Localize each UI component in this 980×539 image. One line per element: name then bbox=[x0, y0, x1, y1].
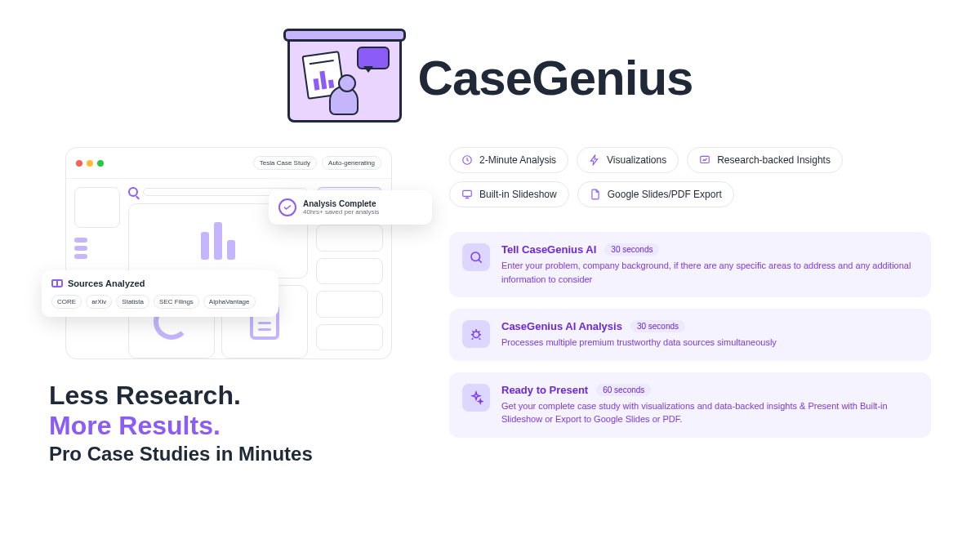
book-icon bbox=[51, 279, 63, 287]
preview-slide bbox=[316, 291, 383, 317]
step-description: Get your complete case study with visual… bbox=[501, 399, 918, 426]
step-description: Enter your problem, company background, … bbox=[501, 259, 918, 286]
preview-slide bbox=[316, 225, 383, 251]
step-title: Tell CaseGenius AI bbox=[501, 243, 596, 256]
search-icon bbox=[462, 243, 490, 271]
source-chip: Statista bbox=[116, 295, 149, 309]
bolt-icon bbox=[589, 154, 600, 166]
feature-pill-analysis: 2-Minute Analysis bbox=[449, 147, 568, 173]
step-time-badge: 30 seconds bbox=[604, 243, 659, 256]
source-chip: SEC Filings bbox=[154, 295, 199, 309]
step-time-badge: 60 seconds bbox=[596, 384, 651, 396]
search-icon bbox=[128, 187, 138, 197]
maximize-dot-icon bbox=[97, 160, 104, 167]
hero-text: Less Research. More Results. Pro Case St… bbox=[49, 381, 408, 466]
analysis-title: Analysis Complete bbox=[303, 199, 379, 208]
preview-slide bbox=[316, 258, 383, 284]
step-tell-ai: Tell CaseGenius AI 30 seconds Enter your… bbox=[449, 232, 931, 297]
svg-point-3 bbox=[471, 252, 480, 261]
analysis-subtitle: 40hrs+ saved per analysis bbox=[303, 208, 379, 216]
hero-line-2: More Results. bbox=[49, 411, 408, 441]
step-title: CaseGenius AI Analysis bbox=[501, 320, 622, 332]
brand-name: CaseGenius bbox=[418, 50, 693, 106]
hero-line-3: Pro Case Studies in Minutes bbox=[49, 443, 408, 466]
clock-icon bbox=[461, 154, 473, 166]
minimize-dot-icon bbox=[87, 160, 93, 167]
window-controls bbox=[76, 160, 104, 167]
svg-rect-2 bbox=[463, 190, 472, 196]
app-preview: Tesla Case Study Auto-generating bbox=[65, 147, 392, 359]
preview-pill: Tesla Case Study bbox=[253, 156, 317, 170]
source-chip: CORE bbox=[51, 295, 82, 309]
sources-analyzed-card: Sources Analyzed CORE arXiv Statista SEC… bbox=[42, 270, 278, 317]
step-analysis: CaseGenius AI Analysis 30 seconds Proces… bbox=[449, 309, 931, 361]
hero-line-1: Less Research. bbox=[49, 381, 408, 411]
preview-pill: Auto-generating bbox=[322, 156, 381, 170]
svg-rect-1 bbox=[701, 156, 710, 163]
brand-logo bbox=[287, 33, 402, 122]
preview-slide bbox=[316, 324, 383, 350]
step-time-badge: 30 seconds bbox=[630, 320, 685, 332]
export-icon bbox=[590, 189, 601, 200]
preview-sidebar bbox=[74, 187, 120, 350]
sources-title: Sources Analyzed bbox=[68, 278, 145, 288]
step-description: Processes multiple premium trustworthy d… bbox=[501, 336, 918, 350]
slideshow-icon bbox=[461, 189, 473, 200]
check-circle-icon bbox=[278, 198, 296, 216]
insight-icon bbox=[699, 154, 710, 166]
close-dot-icon bbox=[76, 160, 82, 167]
analysis-complete-card: Analysis Complete 40hrs+ saved per analy… bbox=[269, 190, 432, 225]
bar-chart-icon bbox=[201, 222, 235, 260]
svg-rect-4 bbox=[473, 332, 479, 338]
header: CaseGenius bbox=[49, 33, 931, 122]
feature-pill-export: Google Slides/PDF Export bbox=[577, 181, 734, 207]
bug-icon bbox=[462, 320, 490, 348]
feature-pills: 2-Minute Analysis Visualizations Researc… bbox=[449, 147, 931, 207]
sparkle-icon bbox=[462, 384, 490, 412]
feature-pill-slideshow: Built-in Slideshow bbox=[449, 181, 569, 207]
feature-pill-insights: Research-backed Insights bbox=[687, 147, 843, 173]
feature-pill-visualizations: Visualizations bbox=[577, 147, 679, 173]
step-ready: Ready to Present 60 seconds Get your com… bbox=[449, 372, 931, 438]
step-title: Ready to Present bbox=[501, 384, 588, 396]
source-chip: arXiv bbox=[86, 295, 112, 309]
source-chip: AlphaVantage bbox=[203, 295, 256, 309]
